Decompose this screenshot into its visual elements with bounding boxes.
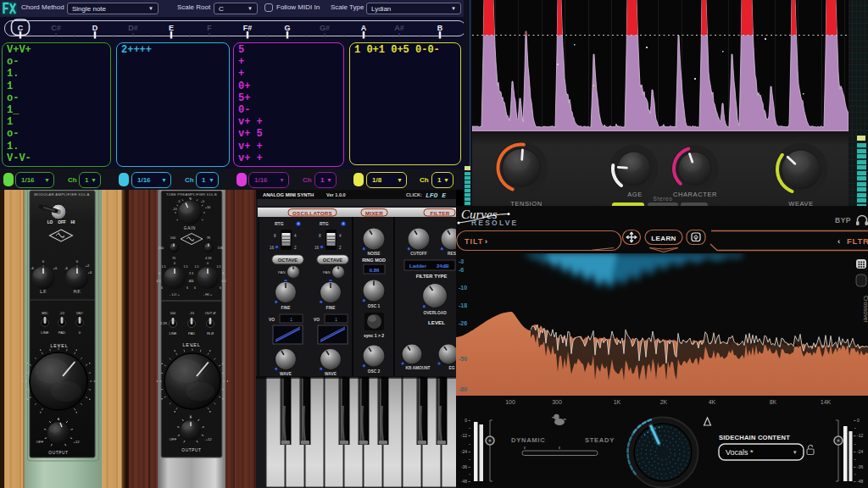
svg-text:+12: +12 bbox=[73, 440, 80, 444]
svg-text:-10: -10 bbox=[459, 285, 467, 291]
svg-text:FILTER: FILTER bbox=[431, 210, 450, 216]
svg-text:TILT: TILT bbox=[465, 237, 483, 246]
svg-text:500: 500 bbox=[170, 311, 176, 315]
svg-text:A: A bbox=[361, 24, 367, 32]
svg-text:MODULAR AMPLIFIER 610-A: MODULAR AMPLIFIER 610-A bbox=[34, 192, 90, 197]
svg-text:2: 2 bbox=[294, 246, 297, 250]
svg-text:G#: G# bbox=[320, 24, 330, 32]
svg-text:-36: -36 bbox=[857, 464, 863, 469]
svg-text:WAVE: WAVE bbox=[280, 372, 292, 376]
svg-text:PAN: PAN bbox=[323, 270, 331, 274]
svg-text:WAVE: WAVE bbox=[325, 372, 337, 376]
svg-text:OSCILLATORS: OSCILLATORS bbox=[292, 210, 332, 216]
svg-text:LINE: LINE bbox=[41, 330, 49, 335]
svg-text:LEARN: LEARN bbox=[651, 235, 676, 242]
svg-text:-6: -6 bbox=[31, 266, 34, 270]
svg-text:VO: VO bbox=[314, 318, 320, 322]
svg-text:ANALOG MINI SYNTH: ANALOG MINI SYNTH bbox=[263, 192, 314, 197]
svg-text:L.F.: L.F. bbox=[40, 290, 47, 294]
svg-text:+6: +6 bbox=[53, 266, 58, 270]
svg-text:E: E bbox=[169, 24, 174, 32]
svg-text:B: B bbox=[437, 24, 443, 32]
svg-text:D#: D# bbox=[128, 24, 138, 32]
svg-text:8K: 8K bbox=[770, 399, 777, 405]
svg-text:F: F bbox=[207, 24, 212, 32]
svg-text:4.5: 4.5 bbox=[222, 280, 226, 283]
svg-text:OUTPUT: OUTPUT bbox=[48, 451, 68, 455]
svg-text:RING MOD: RING MOD bbox=[362, 258, 386, 263]
svg-text:-18: -18 bbox=[459, 302, 467, 308]
svg-text:DYNAMIC: DYNAMIC bbox=[511, 436, 545, 444]
svg-text:OCTAVE: OCTAVE bbox=[323, 258, 342, 263]
svg-text:7K: 7K bbox=[207, 236, 211, 240]
svg-text:0: 0 bbox=[207, 262, 209, 265]
svg-text:OFF: OFF bbox=[170, 437, 177, 441]
svg-text:STEADY: STEADY bbox=[585, 436, 615, 444]
svg-text:4: 4 bbox=[339, 234, 342, 238]
svg-text:FINE: FINE bbox=[281, 306, 292, 310]
svg-text:+6: +6 bbox=[88, 270, 92, 274]
svg-text:0: 0 bbox=[465, 418, 467, 423]
svg-text:1.5: 1.5 bbox=[195, 265, 199, 269]
svg-text:LO: LO bbox=[47, 220, 53, 225]
svg-text:TUBE PREAMPLIFIER 610-B: TUBE PREAMPLIFIER 610-B bbox=[166, 192, 217, 197]
svg-text:IN Ø: IN Ø bbox=[207, 331, 214, 336]
svg-text:Vocals *: Vocals * bbox=[726, 448, 754, 457]
svg-text:PAD: PAD bbox=[188, 331, 195, 336]
svg-text:-12: -12 bbox=[461, 433, 467, 438]
svg-text:6: 6 bbox=[194, 286, 196, 290]
svg-text:1.5: 1.5 bbox=[184, 265, 188, 269]
svg-text:FILTER TYPE: FILTER TYPE bbox=[416, 274, 448, 279]
svg-text:-6: -6 bbox=[64, 266, 68, 270]
svg-text:-12: -12 bbox=[857, 433, 863, 438]
svg-text:-24: -24 bbox=[461, 449, 467, 454]
svg-text:1.5: 1.5 bbox=[217, 265, 221, 269]
svg-text:-24: -24 bbox=[857, 449, 863, 454]
svg-text:2.2K: 2.2K bbox=[160, 321, 168, 325]
svg-text:-36: -36 bbox=[461, 464, 467, 469]
svg-text:‹: ‹ bbox=[837, 236, 840, 246]
svg-text:OSC 2: OSC 2 bbox=[368, 369, 381, 374]
svg-text:-10: -10 bbox=[172, 207, 177, 211]
svg-text:FLTR: FLTR bbox=[847, 236, 868, 246]
svg-text:LINE: LINE bbox=[170, 331, 177, 336]
svg-text:-26: -26 bbox=[459, 320, 467, 326]
svg-text:›: › bbox=[485, 237, 487, 246]
svg-text:2K: 2K bbox=[660, 399, 668, 405]
svg-text:OCTAVE: OCTAVE bbox=[278, 258, 298, 263]
svg-text:+12: +12 bbox=[205, 437, 212, 441]
svg-text:1: 1 bbox=[290, 318, 292, 322]
svg-text:MIC: MIC bbox=[42, 311, 48, 315]
svg-text:RTG: RTG bbox=[275, 221, 284, 226]
svg-text:200: 200 bbox=[159, 247, 164, 250]
svg-text:24dB: 24dB bbox=[437, 263, 449, 269]
svg-text:- LO +: - LO + bbox=[170, 292, 180, 297]
svg-text:OFF: OFF bbox=[36, 440, 44, 444]
svg-text:PAN: PAN bbox=[278, 270, 286, 274]
svg-text:FINE: FINE bbox=[326, 306, 337, 310]
svg-text:180°: 180° bbox=[76, 311, 84, 315]
svg-text:-6: -6 bbox=[459, 267, 464, 273]
svg-text:D: D bbox=[92, 24, 98, 32]
svg-text:NOISE: NOISE bbox=[368, 252, 381, 256]
svg-text:4.5: 4.5 bbox=[190, 280, 194, 283]
svg-text:16: 16 bbox=[314, 246, 320, 250]
svg-text:EG: EG bbox=[449, 366, 455, 370]
svg-text:-50: -50 bbox=[459, 356, 467, 362]
svg-text:MIXER: MIXER bbox=[365, 210, 383, 216]
svg-text:300: 300 bbox=[552, 399, 562, 405]
svg-text:2: 2 bbox=[339, 246, 342, 250]
svg-text:G: G bbox=[284, 24, 290, 32]
svg-text:H.F.: H.F. bbox=[74, 290, 81, 294]
svg-text:4K: 4K bbox=[709, 399, 716, 405]
svg-text:PAD: PAD bbox=[58, 330, 65, 335]
svg-text:OUT Ø: OUT Ø bbox=[205, 311, 216, 315]
svg-text:4: 4 bbox=[294, 234, 297, 238]
svg-text:OFF: OFF bbox=[58, 220, 66, 225]
svg-text:4.5: 4.5 bbox=[157, 280, 161, 283]
svg-text:C#: C# bbox=[51, 24, 61, 32]
svg-text:15K: 15K bbox=[218, 247, 224, 250]
svg-text:16: 16 bbox=[270, 246, 275, 250]
svg-text:-5: -5 bbox=[177, 199, 180, 203]
svg-text:70: 70 bbox=[172, 257, 175, 260]
